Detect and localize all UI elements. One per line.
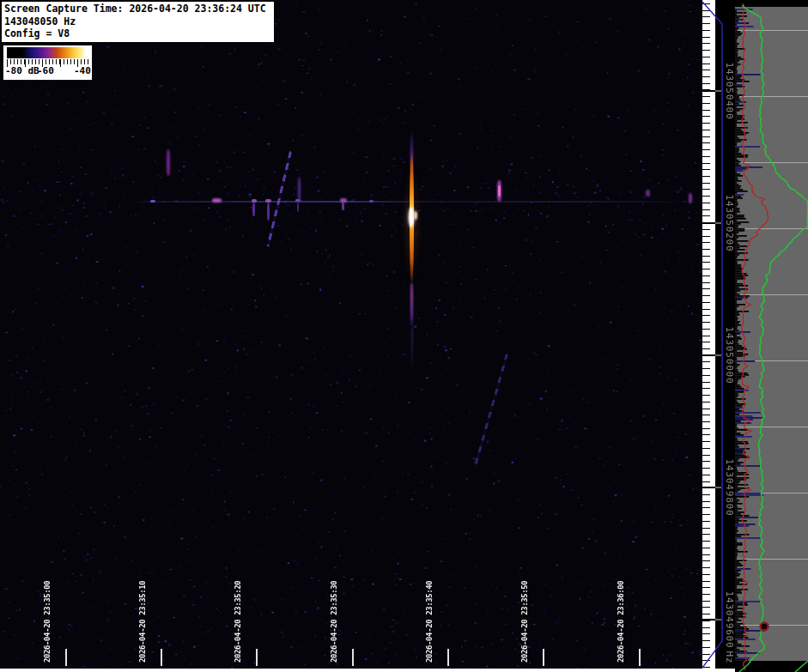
ruler-tick bbox=[702, 348, 710, 349]
aircraft-bright bbox=[298, 177, 301, 203]
ruler-tick bbox=[702, 654, 710, 655]
time-tick bbox=[256, 649, 258, 666]
frequency-ruler bbox=[702, 0, 715, 672]
ruler-tick bbox=[702, 421, 710, 422]
color-scale-label: -60 bbox=[37, 65, 54, 76]
color-scale-legend: -80 dB-60-40 bbox=[3, 45, 93, 81]
ruler-tick bbox=[702, 242, 710, 243]
ruler-tick bbox=[702, 282, 710, 283]
meteor-flash-core bbox=[409, 207, 414, 227]
frequency-marker-dot bbox=[761, 623, 769, 631]
ruler-tick bbox=[702, 116, 710, 117]
ruler-tick bbox=[702, 50, 710, 51]
time-label: 2026-04-20 23:35:00 bbox=[42, 581, 53, 663]
ruler-tick bbox=[702, 402, 710, 403]
ruler-tick bbox=[702, 361, 710, 362]
ruler-tick bbox=[702, 269, 710, 269]
ruler-tick bbox=[702, 587, 710, 588]
ruler-tick bbox=[702, 560, 710, 561]
ruler-tick bbox=[702, 375, 710, 376]
ruler-tick bbox=[702, 262, 710, 263]
ruler-tick bbox=[702, 163, 710, 164]
frequency-label: 143050400 bbox=[724, 63, 735, 120]
ruler-tick bbox=[702, 541, 710, 542]
echo-blip-core bbox=[498, 185, 501, 197]
capture-time-text: Screen Capture Time: 2026-04-20 23:36:24… bbox=[4, 3, 271, 15]
ruler-tick bbox=[702, 521, 710, 522]
ruler-tick bbox=[702, 309, 710, 310]
ruler-tick bbox=[702, 156, 710, 157]
aircraft-streak bbox=[474, 354, 507, 467]
ruler-tick bbox=[702, 633, 710, 634]
ruler-tick bbox=[702, 501, 710, 502]
ruler-tick bbox=[702, 136, 710, 137]
ruler-tick bbox=[702, 23, 710, 24]
ruler-tick bbox=[702, 594, 710, 595]
ruler-tick bbox=[702, 142, 710, 143]
ruler-tick bbox=[702, 455, 710, 456]
capture-info-box: Screen Capture Time: 2026-04-20 23:36:24… bbox=[1, 1, 275, 43]
ruler-tick bbox=[702, 415, 710, 415]
time-tick bbox=[161, 649, 162, 666]
ruler-tick bbox=[702, 329, 710, 330]
color-scale-gradient bbox=[7, 47, 88, 58]
ruler-tick bbox=[702, 627, 710, 628]
spectrum-traces bbox=[735, 0, 808, 672]
ruler-tick bbox=[702, 481, 710, 482]
frequency-label: 143049800 bbox=[724, 459, 735, 517]
time-label: 2026-04-20 23:35:10 bbox=[137, 581, 149, 663]
ruler-major-tick bbox=[702, 90, 721, 92]
ruler-tick bbox=[702, 601, 710, 602]
time-tick bbox=[639, 649, 641, 666]
ruler-tick bbox=[702, 322, 710, 323]
ruler-tick bbox=[702, 130, 710, 130]
ruler-tick bbox=[702, 209, 710, 210]
ruler-tick bbox=[702, 581, 710, 582]
ruler-tick bbox=[702, 249, 710, 250]
ruler-tick bbox=[702, 10, 710, 11]
bottom-border bbox=[0, 669, 735, 672]
frequency-unit-label: Hz bbox=[724, 651, 735, 664]
ruler-tick bbox=[702, 110, 710, 111]
ruler-tick bbox=[702, 295, 710, 296]
carrier-seg bbox=[150, 200, 155, 203]
ruler-tick bbox=[702, 315, 710, 316]
carrier-dash bbox=[267, 203, 270, 221]
ruler-tick bbox=[702, 288, 710, 289]
ruler-tick bbox=[702, 196, 710, 197]
ruler-tick bbox=[702, 96, 710, 97]
meteor-flash-bump bbox=[414, 211, 417, 220]
ruler-tick bbox=[702, 169, 710, 170]
ruler-tick bbox=[702, 382, 710, 383]
color-scale-label: -80 dB bbox=[5, 65, 39, 76]
carrier-dash bbox=[342, 203, 344, 210]
time-tick bbox=[352, 649, 354, 666]
ruler-tick bbox=[702, 76, 710, 77]
average-spectrum-trace bbox=[742, 3, 769, 670]
ruler-tick bbox=[702, 123, 710, 124]
ruler-tick bbox=[702, 83, 710, 84]
time-tick bbox=[65, 649, 67, 666]
ruler-tick bbox=[702, 409, 710, 409]
ruler-tick bbox=[702, 640, 710, 641]
ruler-tick bbox=[702, 494, 710, 495]
frequency-label: 143050200 bbox=[724, 195, 735, 252]
carrier-seg bbox=[212, 198, 222, 203]
ruler-tick bbox=[702, 183, 710, 184]
ruler-tick bbox=[702, 548, 710, 548]
color-scale-label: -40 bbox=[74, 65, 91, 76]
ruler-tick bbox=[702, 103, 710, 104]
ruler-tick bbox=[702, 534, 710, 535]
ruler-tick bbox=[702, 3, 710, 4]
ruler-tick bbox=[702, 528, 710, 529]
ruler-tick bbox=[702, 176, 710, 177]
ruler-tick bbox=[702, 567, 710, 568]
capture-config-text: Config = V8 bbox=[4, 27, 271, 40]
ruler-tick bbox=[702, 461, 710, 462]
ruler-tick bbox=[702, 229, 710, 230]
ruler-tick bbox=[702, 475, 710, 475]
echo-blip bbox=[646, 190, 650, 197]
ruler-tick bbox=[702, 468, 710, 469]
carrier-seg bbox=[369, 200, 374, 203]
time-tick bbox=[447, 649, 449, 666]
